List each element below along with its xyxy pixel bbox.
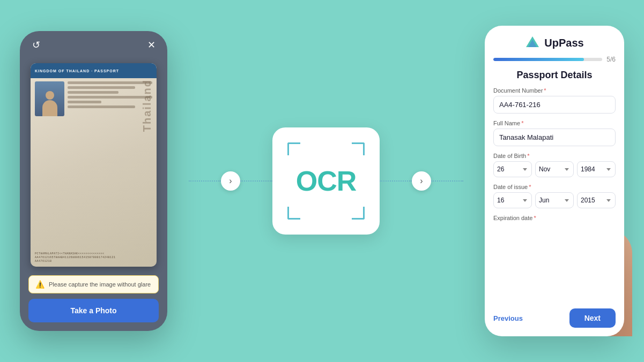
next-button[interactable]: Next — [569, 308, 616, 328]
dob-label: Date of Birth* — [493, 153, 616, 159]
progress-label: 5/6 — [606, 56, 616, 63]
refresh-icon[interactable]: ↺ — [29, 39, 42, 51]
ocr-card: OCR — [272, 127, 380, 235]
phone-top-bar: ↺ ✕ — [20, 31, 167, 57]
dob-day-select[interactable]: 26 — [493, 161, 532, 177]
mrz-area: PCTHAMALAPATI<<THANASAK<<<<<<<<<<<<<< AA… — [35, 252, 152, 263]
mrz-line-2: AA47612165THAAB4112680061541507000174248… — [35, 256, 152, 260]
info-line — [68, 105, 135, 108]
passport-photo-figure — [35, 81, 64, 116]
passport-header-text: KINGDOM OF THAILAND · PASSPORT — [35, 69, 119, 73]
connector-right: › — [380, 171, 463, 191]
phone-right: UpPass 5/6 Passport Details Document Num… — [485, 26, 624, 336]
passport-photo — [35, 81, 64, 116]
arrow-right-left: › — [221, 171, 240, 191]
doi-label: Date of issue* — [493, 184, 616, 190]
person-silhouette — [40, 87, 59, 116]
dotted-line-right1 — [380, 180, 412, 182]
full-name-label: Full Name* — [493, 120, 616, 126]
info-line — [68, 86, 135, 89]
passport-card: KINGDOM OF THAILAND · PASSPORT Thailand — [31, 63, 157, 267]
previous-button[interactable]: Previous — [493, 310, 523, 327]
mrz-line-1: PCTHAMALAPATI<<THANASAK<<<<<<<<<<<<<< — [35, 252, 152, 256]
person-head — [46, 91, 54, 100]
phone-left: ↺ ✕ KINGDOM OF THAILAND · PASSPORT Thail… — [20, 31, 167, 331]
progress-area: 5/6 — [485, 56, 624, 67]
dob-row: 26 Nov 1984 — [493, 161, 616, 177]
doi-row: 16 Jun 2015 — [493, 192, 616, 208]
progress-bar-bg — [493, 58, 602, 61]
uppass-logo-icon — [525, 35, 540, 50]
passport-header: KINGDOM OF THAILAND · PASSPORT — [31, 63, 157, 78]
uppass-header: UpPass — [485, 26, 624, 56]
take-photo-button[interactable]: Take a Photo — [28, 299, 159, 322]
doi-year-select[interactable]: 2015 — [577, 192, 616, 208]
info-line — [68, 81, 152, 84]
progress-bar-fill — [493, 58, 584, 61]
thailand-text: Thailand — [141, 79, 153, 132]
document-number-label: Document Number* — [493, 87, 616, 94]
warning-bar: ⚠️ Please capture the image without glar… — [28, 275, 159, 293]
take-photo-label: Take a Photo — [70, 306, 116, 315]
page-title: Passport Details — [485, 67, 624, 87]
doi-day-select[interactable]: 16 — [493, 192, 532, 208]
warning-text: Please capture the image without glare — [49, 281, 151, 288]
corner-bottom-right — [352, 207, 365, 220]
dotted-line-left — [189, 180, 221, 182]
ocr-corners — [272, 127, 380, 235]
full-name-input[interactable] — [493, 129, 616, 146]
scene: ↺ ✕ KINGDOM OF THAILAND · PASSPORT Thail… — [0, 0, 644, 362]
close-icon[interactable]: ✕ — [145, 39, 158, 51]
form-area: Document Number* Full Name* Date of Birt… — [485, 87, 624, 303]
passport-content — [31, 78, 157, 119]
dob-month-select[interactable]: Nov — [535, 161, 574, 177]
person-body — [42, 100, 57, 116]
connector-left: › — [189, 171, 272, 191]
warning-icon: ⚠️ — [35, 280, 45, 289]
expiration-label: Expiration date* — [493, 215, 616, 221]
dob-year-select[interactable]: 1984 — [577, 161, 616, 177]
doi-month-select[interactable]: Jun — [535, 192, 574, 208]
passport-info — [68, 81, 152, 116]
corner-top-left — [287, 142, 300, 155]
corner-bottom-left — [287, 207, 300, 220]
document-number-input[interactable] — [493, 96, 616, 114]
phone-right-wrapper: UpPass 5/6 Passport Details Document Num… — [463, 26, 624, 336]
info-line — [68, 101, 101, 103]
arrow-right-right: › — [412, 171, 431, 191]
info-line — [68, 96, 152, 99]
dotted-line-left2 — [240, 180, 272, 182]
form-footer: Previous Next — [485, 303, 624, 336]
mrz-line-3: AA4761218 — [35, 260, 152, 263]
corner-top-right — [352, 142, 365, 155]
uppass-brand-name: UpPass — [544, 37, 583, 49]
info-line — [68, 91, 119, 94]
dotted-line-right2 — [431, 180, 463, 182]
